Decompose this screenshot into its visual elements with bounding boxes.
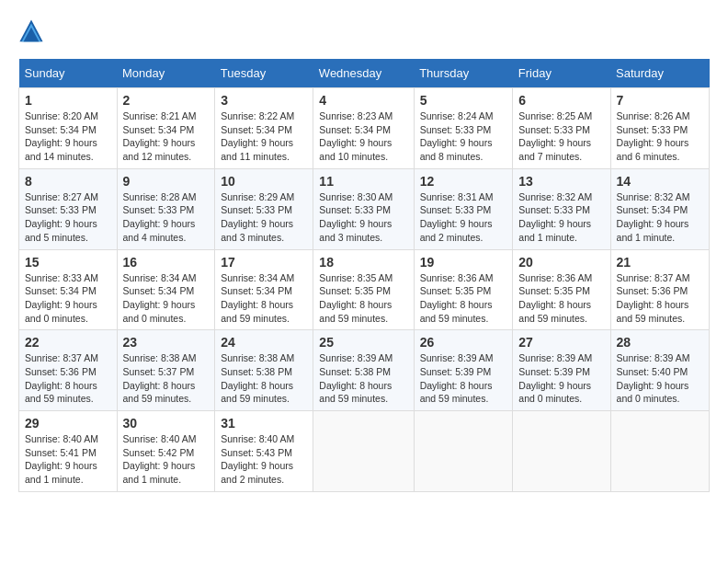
day-info: Sunrise: 8:37 AMSunset: 5:36 PMDaylight:… xyxy=(617,271,703,326)
calendar-cell: 3Sunrise: 8:22 AMSunset: 5:34 PMDaylight… xyxy=(215,88,313,169)
day-info: Sunrise: 8:22 AMSunset: 5:34 PMDaylight:… xyxy=(221,109,307,164)
day-number: 4 xyxy=(319,93,407,108)
column-header-thursday: Thursday xyxy=(414,59,513,88)
calendar-cell: 23Sunrise: 8:38 AMSunset: 5:37 PMDayligh… xyxy=(117,330,215,411)
day-number: 19 xyxy=(420,255,507,270)
column-header-tuesday: Tuesday xyxy=(215,59,313,88)
day-number: 23 xyxy=(123,335,210,350)
day-number: 14 xyxy=(617,174,703,189)
calendar-header-row: SundayMondayTuesdayWednesdayThursdayFrid… xyxy=(19,59,710,88)
day-info: Sunrise: 8:27 AMSunset: 5:33 PMDaylight:… xyxy=(25,190,111,245)
day-info: Sunrise: 8:29 AMSunset: 5:33 PMDaylight:… xyxy=(221,190,307,245)
day-info: Sunrise: 8:40 AMSunset: 5:43 PMDaylight:… xyxy=(221,432,307,487)
calendar-cell: 6Sunrise: 8:25 AMSunset: 5:33 PMDaylight… xyxy=(513,88,610,169)
calendar-week-row: 1Sunrise: 8:20 AMSunset: 5:34 PMDaylight… xyxy=(19,88,710,169)
day-number: 15 xyxy=(25,255,111,270)
column-header-sunday: Sunday xyxy=(19,59,118,88)
calendar-cell: 8Sunrise: 8:27 AMSunset: 5:33 PMDaylight… xyxy=(19,168,118,249)
calendar-table: SundayMondayTuesdayWednesdayThursdayFrid… xyxy=(18,59,710,492)
calendar-cell: 24Sunrise: 8:38 AMSunset: 5:38 PMDayligh… xyxy=(215,330,313,411)
day-info: Sunrise: 8:34 AMSunset: 5:34 PMDaylight:… xyxy=(221,271,307,326)
calendar-cell: 5Sunrise: 8:24 AMSunset: 5:33 PMDaylight… xyxy=(414,88,513,169)
day-number: 6 xyxy=(518,93,604,108)
day-number: 9 xyxy=(123,174,210,189)
calendar-cell xyxy=(313,411,414,492)
day-info: Sunrise: 8:34 AMSunset: 5:34 PMDaylight:… xyxy=(123,271,210,326)
day-info: Sunrise: 8:36 AMSunset: 5:35 PMDaylight:… xyxy=(518,271,604,326)
day-number: 18 xyxy=(319,255,407,270)
day-info: Sunrise: 8:30 AMSunset: 5:33 PMDaylight:… xyxy=(319,190,407,245)
column-header-wednesday: Wednesday xyxy=(313,59,414,88)
column-header-friday: Friday xyxy=(513,59,610,88)
logo-icon xyxy=(18,18,44,44)
calendar-cell: 18Sunrise: 8:35 AMSunset: 5:35 PMDayligh… xyxy=(313,249,414,330)
day-info: Sunrise: 8:38 AMSunset: 5:38 PMDaylight:… xyxy=(221,351,307,406)
day-number: 10 xyxy=(221,174,307,189)
calendar-cell: 17Sunrise: 8:34 AMSunset: 5:34 PMDayligh… xyxy=(215,249,313,330)
day-info: Sunrise: 8:26 AMSunset: 5:33 PMDaylight:… xyxy=(617,109,703,164)
calendar-cell xyxy=(610,411,709,492)
day-number: 28 xyxy=(617,335,703,350)
day-info: Sunrise: 8:23 AMSunset: 5:34 PMDaylight:… xyxy=(319,109,407,164)
calendar-cell: 15Sunrise: 8:33 AMSunset: 5:34 PMDayligh… xyxy=(19,249,118,330)
day-info: Sunrise: 8:24 AMSunset: 5:33 PMDaylight:… xyxy=(420,109,507,164)
calendar-cell: 10Sunrise: 8:29 AMSunset: 5:33 PMDayligh… xyxy=(215,168,313,249)
day-number: 17 xyxy=(221,255,307,270)
day-info: Sunrise: 8:35 AMSunset: 5:35 PMDaylight:… xyxy=(319,271,407,326)
calendar-cell xyxy=(414,411,513,492)
day-number: 1 xyxy=(25,93,111,108)
calendar-week-row: 15Sunrise: 8:33 AMSunset: 5:34 PMDayligh… xyxy=(19,249,710,330)
column-header-monday: Monday xyxy=(117,59,215,88)
day-number: 21 xyxy=(617,255,703,270)
column-header-saturday: Saturday xyxy=(610,59,709,88)
day-info: Sunrise: 8:32 AMSunset: 5:34 PMDaylight:… xyxy=(617,190,703,245)
day-info: Sunrise: 8:32 AMSunset: 5:33 PMDaylight:… xyxy=(518,190,604,245)
day-number: 13 xyxy=(518,174,604,189)
day-info: Sunrise: 8:38 AMSunset: 5:37 PMDaylight:… xyxy=(123,351,210,406)
day-number: 24 xyxy=(221,335,307,350)
page-header xyxy=(18,18,710,44)
day-number: 30 xyxy=(123,416,210,431)
day-info: Sunrise: 8:39 AMSunset: 5:40 PMDaylight:… xyxy=(617,351,703,406)
calendar-cell: 30Sunrise: 8:40 AMSunset: 5:42 PMDayligh… xyxy=(117,411,215,492)
day-info: Sunrise: 8:25 AMSunset: 5:33 PMDaylight:… xyxy=(518,109,604,164)
calendar-cell: 20Sunrise: 8:36 AMSunset: 5:35 PMDayligh… xyxy=(513,249,610,330)
day-info: Sunrise: 8:20 AMSunset: 5:34 PMDaylight:… xyxy=(25,109,111,164)
calendar-cell: 28Sunrise: 8:39 AMSunset: 5:40 PMDayligh… xyxy=(610,330,709,411)
day-info: Sunrise: 8:40 AMSunset: 5:42 PMDaylight:… xyxy=(123,432,210,487)
day-info: Sunrise: 8:33 AMSunset: 5:34 PMDaylight:… xyxy=(25,271,111,326)
calendar-week-row: 29Sunrise: 8:40 AMSunset: 5:41 PMDayligh… xyxy=(19,411,710,492)
calendar-cell: 13Sunrise: 8:32 AMSunset: 5:33 PMDayligh… xyxy=(513,168,610,249)
day-info: Sunrise: 8:31 AMSunset: 5:33 PMDaylight:… xyxy=(420,190,507,245)
day-info: Sunrise: 8:28 AMSunset: 5:33 PMDaylight:… xyxy=(123,190,210,245)
calendar-cell xyxy=(513,411,610,492)
calendar-week-row: 22Sunrise: 8:37 AMSunset: 5:36 PMDayligh… xyxy=(19,330,710,411)
day-number: 5 xyxy=(420,93,507,108)
logo xyxy=(18,18,48,44)
day-number: 2 xyxy=(123,93,210,108)
calendar-cell: 29Sunrise: 8:40 AMSunset: 5:41 PMDayligh… xyxy=(19,411,118,492)
calendar-cell: 4Sunrise: 8:23 AMSunset: 5:34 PMDaylight… xyxy=(313,88,414,169)
calendar-cell: 1Sunrise: 8:20 AMSunset: 5:34 PMDaylight… xyxy=(19,88,118,169)
day-info: Sunrise: 8:39 AMSunset: 5:38 PMDaylight:… xyxy=(319,351,407,406)
day-number: 16 xyxy=(123,255,210,270)
day-info: Sunrise: 8:36 AMSunset: 5:35 PMDaylight:… xyxy=(420,271,507,326)
calendar-cell: 21Sunrise: 8:37 AMSunset: 5:36 PMDayligh… xyxy=(610,249,709,330)
calendar-cell: 19Sunrise: 8:36 AMSunset: 5:35 PMDayligh… xyxy=(414,249,513,330)
calendar-cell: 7Sunrise: 8:26 AMSunset: 5:33 PMDaylight… xyxy=(610,88,709,169)
calendar-week-row: 8Sunrise: 8:27 AMSunset: 5:33 PMDaylight… xyxy=(19,168,710,249)
calendar-cell: 16Sunrise: 8:34 AMSunset: 5:34 PMDayligh… xyxy=(117,249,215,330)
day-number: 12 xyxy=(420,174,507,189)
calendar-cell: 9Sunrise: 8:28 AMSunset: 5:33 PMDaylight… xyxy=(117,168,215,249)
calendar-cell: 27Sunrise: 8:39 AMSunset: 5:39 PMDayligh… xyxy=(513,330,610,411)
day-number: 31 xyxy=(221,416,307,431)
day-number: 20 xyxy=(518,255,604,270)
calendar-cell: 25Sunrise: 8:39 AMSunset: 5:38 PMDayligh… xyxy=(313,330,414,411)
calendar-cell: 14Sunrise: 8:32 AMSunset: 5:34 PMDayligh… xyxy=(610,168,709,249)
calendar-cell: 11Sunrise: 8:30 AMSunset: 5:33 PMDayligh… xyxy=(313,168,414,249)
calendar-cell: 12Sunrise: 8:31 AMSunset: 5:33 PMDayligh… xyxy=(414,168,513,249)
calendar-cell: 2Sunrise: 8:21 AMSunset: 5:34 PMDaylight… xyxy=(117,88,215,169)
day-info: Sunrise: 8:37 AMSunset: 5:36 PMDaylight:… xyxy=(25,351,111,406)
day-number: 25 xyxy=(319,335,407,350)
day-number: 22 xyxy=(25,335,111,350)
